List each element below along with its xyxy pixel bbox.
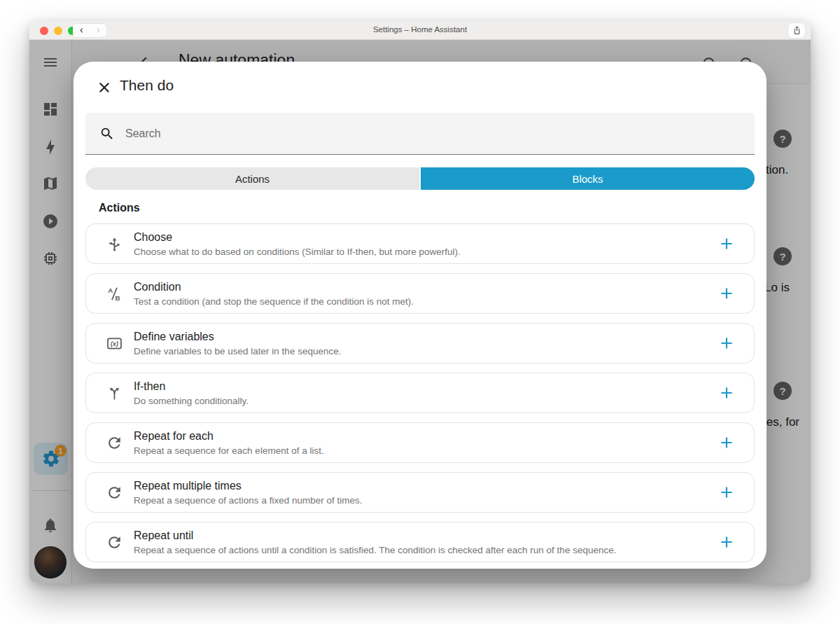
tab-blocks[interactable]: Blocks — [421, 167, 755, 190]
svg-text:A: A — [108, 286, 113, 293]
then-do-dialog: Then do Actions Blocks Actions — [74, 62, 766, 569]
action-description: Test a condition (and stop the sequence … — [134, 296, 414, 307]
close-icon[interactable] — [96, 79, 113, 96]
action-description: Repeat a sequence for each element of a … — [134, 445, 324, 457]
browser-titlebar: Settings – Home Assistant — [29, 21, 811, 40]
action-name: If-then — [134, 380, 248, 394]
add-action-button[interactable] — [718, 483, 736, 501]
search-icon — [99, 126, 115, 141]
action-name: Repeat until — [134, 529, 616, 543]
action-name: Choose — [134, 230, 461, 244]
add-action-button[interactable] — [718, 533, 736, 551]
tab-actions[interactable]: Actions — [85, 167, 419, 190]
add-action-button[interactable] — [718, 434, 736, 452]
arrow-decision-icon — [106, 235, 123, 253]
macos-browser-window: Settings – Home Assistant — [29, 21, 811, 583]
add-action-button[interactable] — [718, 284, 736, 303]
svg-text:B: B — [115, 294, 120, 302]
action-item-if-then[interactable]: If-then Do something conditionally. — [85, 373, 755, 413]
action-description: Repeat a sequence of actions until a con… — [134, 544, 616, 556]
section-header: Actions — [99, 202, 140, 214]
action-name: Define variables — [134, 330, 341, 344]
action-item-repeat-for-each[interactable]: Repeat for each Repeat a sequence for ea… — [85, 422, 755, 463]
action-description: Repeat a sequence of actions a fixed num… — [134, 494, 362, 506]
ab-condition-icon: A B — [106, 285, 123, 303]
dialog-title: Then do — [120, 77, 174, 94]
action-description: Define variables to be used later in the… — [134, 345, 341, 357]
action-item-define-variables[interactable]: (x) Define variables Define variables to… — [85, 323, 755, 363]
repeat-refresh-icon — [106, 434, 123, 452]
action-description: Choose what to do based on conditions (S… — [134, 246, 461, 258]
add-action-button[interactable] — [718, 334, 736, 352]
add-action-button[interactable] — [718, 235, 736, 253]
search-field[interactable] — [85, 113, 755, 155]
call-split-icon — [106, 384, 123, 402]
action-list: Choose Choose what to do based on condit… — [85, 223, 755, 569]
tab-bar: Actions Blocks — [85, 167, 755, 190]
repeat-refresh-icon — [106, 484, 123, 501]
search-input[interactable] — [125, 127, 741, 140]
window-title: Settings – Home Assistant — [29, 25, 811, 34]
svg-text:(x): (x) — [111, 340, 118, 347]
action-item-repeat-multiple-times[interactable]: Repeat multiple times Repeat a sequence … — [85, 472, 755, 513]
action-name: Repeat multiple times — [134, 479, 362, 493]
share-icon — [792, 25, 802, 36]
action-item-repeat-until[interactable]: Repeat until Repeat a sequence of action… — [85, 522, 755, 562]
screenshot-canvas: Settings – Home Assistant — [0, 0, 840, 624]
add-action-button[interactable] — [718, 384, 736, 402]
action-name: Condition — [134, 280, 414, 294]
share-button[interactable] — [788, 23, 805, 38]
action-item-choose[interactable]: Choose Choose what to do based on condit… — [85, 223, 755, 264]
variable-box-icon: (x) — [106, 335, 123, 352]
action-item-condition[interactable]: A B Condition Test a condition (and stop… — [85, 273, 755, 314]
repeat-refresh-icon — [106, 534, 123, 551]
action-name: Repeat for each — [134, 429, 324, 443]
action-description: Do something conditionally. — [134, 395, 248, 407]
